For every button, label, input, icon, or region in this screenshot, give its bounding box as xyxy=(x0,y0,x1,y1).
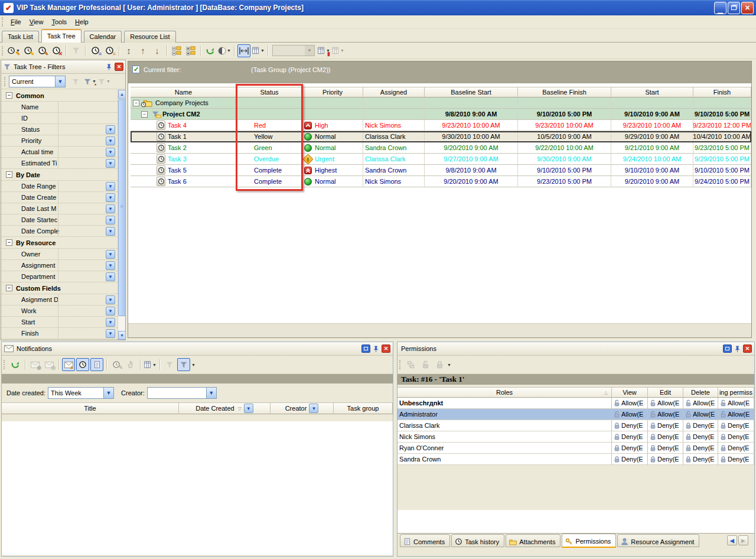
combo-arrow-icon[interactable]: ▼ xyxy=(55,76,65,87)
delete-task-button[interactable]: ✕ xyxy=(50,44,63,57)
column-header-creator[interactable]: Creator▼ xyxy=(271,402,334,414)
mark-unread-button[interactable]: ◎ xyxy=(43,358,56,371)
move-down-button[interactable]: ↓ xyxy=(151,44,164,57)
filter-item-assignment-d[interactable]: Asignment D▼ xyxy=(1,294,118,306)
filter-item-start[interactable]: Start▼ xyxy=(1,317,118,328)
modify-task-button[interactable]: ✎ xyxy=(35,44,48,57)
filter-section-by-resource[interactable]: −By Resource xyxy=(1,237,118,249)
filter-preset-combobox[interactable]: Current ▼ xyxy=(9,76,66,87)
filter-item-name[interactable]: Name xyxy=(1,102,118,113)
scroll-right-icon[interactable]: ▶ xyxy=(738,535,748,545)
tab-resource-list[interactable]: Resource List xyxy=(124,31,175,43)
column-header-edit[interactable]: Edit xyxy=(648,387,683,398)
filter-item-priority[interactable]: Priority▼ xyxy=(1,135,118,147)
lock-button[interactable] xyxy=(433,358,446,371)
pin-icon[interactable] xyxy=(372,344,380,353)
column-header-assigned[interactable]: Assigned xyxy=(363,87,425,98)
collapse-icon[interactable]: − xyxy=(6,285,12,291)
filter-item-date-range[interactable]: Date Range▼ xyxy=(1,181,118,192)
tab-task-tree[interactable]: Task Tree xyxy=(41,29,82,43)
close-panel-button[interactable]: ✕ xyxy=(115,63,123,71)
filter-item-status[interactable]: Status▼ xyxy=(1,124,118,135)
task-notes-button[interactable]: ≡ xyxy=(89,44,102,57)
task-row[interactable]: Task 5 Complete Highest Sandra Crown 9/8… xyxy=(131,165,751,176)
dropdown-icon[interactable]: ▼ xyxy=(106,204,115,213)
tab-resource-assignment[interactable]: Resource Assignment xyxy=(617,534,699,547)
column-header-baseline-start[interactable]: Baseline Start xyxy=(425,87,518,98)
filter-section-by-date[interactable]: −By Date xyxy=(1,169,118,181)
combo-arrow-icon[interactable]: ▼ xyxy=(206,388,216,398)
permission-row[interactable]: Ryan O'Conner Deny(E Deny(E Deny(E Deny(… xyxy=(397,443,754,454)
new-task-button[interactable]: ✎▼ xyxy=(7,44,20,57)
tab-permissions[interactable]: Permissions xyxy=(562,534,616,548)
filter-item-estimated-time[interactable]: Estimated Ti▼ xyxy=(1,158,118,169)
save-filter-button[interactable]: ▪▼ xyxy=(83,75,96,88)
show-task-button[interactable] xyxy=(76,358,89,371)
export-button[interactable]: ▼ xyxy=(331,44,344,57)
tab-task-list[interactable]: Task List xyxy=(2,31,39,43)
filter-checkbox[interactable]: ✓ xyxy=(132,66,140,73)
collapse-icon[interactable]: − xyxy=(6,171,12,178)
dropdown-icon[interactable]: ▼ xyxy=(106,125,115,134)
permission-row[interactable]: Sandra Crown Deny(E Deny(E Deny(E Deny(E xyxy=(397,454,754,465)
dropdown-icon[interactable]: ▼ xyxy=(106,159,115,168)
task-history-button[interactable]: ≡ xyxy=(103,44,116,57)
close-button[interactable]: ✕ xyxy=(741,2,754,14)
tab-attachments[interactable]: Attachments xyxy=(506,534,561,547)
refresh-button[interactable] xyxy=(9,358,22,371)
close-panel-button[interactable]: ✕ xyxy=(743,344,752,353)
expand-all-button[interactable] xyxy=(184,44,197,57)
dropdown-icon[interactable]: ▼ xyxy=(106,295,115,304)
column-header-date-created[interactable]: Date Created▽▼ xyxy=(179,402,271,414)
zoom-combobox[interactable]: ▼ xyxy=(272,45,315,56)
filter-button[interactable] xyxy=(69,44,82,57)
filter-item-date-created[interactable]: Date Create▼ xyxy=(1,192,118,203)
dropdown-icon[interactable]: ▼ xyxy=(106,272,115,281)
column-header-task-group[interactable]: Task group xyxy=(334,402,393,414)
collapse-all-button[interactable] xyxy=(170,44,183,57)
task-row-selected[interactable]: Task 1 Yellow Normal Clarissa Clark 9/30… xyxy=(131,131,751,142)
collapse-icon[interactable]: − xyxy=(141,111,148,118)
filter-item-date-started[interactable]: Date Startec▼ xyxy=(1,214,118,226)
print-button[interactable]: ▮▼ xyxy=(317,44,330,57)
tab-task-history[interactable]: Task history xyxy=(451,534,504,547)
menu-view[interactable]: View xyxy=(25,17,48,27)
menu-help[interactable]: Help xyxy=(71,17,93,27)
filter-item-finish[interactable]: Finish▼ xyxy=(1,328,118,339)
filter-item-department[interactable]: Department▼ xyxy=(1,271,118,282)
tab-comments[interactable]: Comments xyxy=(400,534,450,547)
refresh-button[interactable] xyxy=(204,44,217,57)
edit-task-button[interactable]: ✎ xyxy=(21,44,34,57)
dropdown-icon[interactable]: ▼ xyxy=(106,148,115,157)
collapse-icon[interactable]: − xyxy=(6,92,12,99)
column-header-name[interactable]: Name xyxy=(131,87,237,98)
scroll-up-icon[interactable]: ▲ xyxy=(118,90,126,99)
column-header-title[interactable]: Title xyxy=(2,402,179,414)
clear-filter-button[interactable] xyxy=(163,358,176,371)
collapse-icon[interactable]: − xyxy=(133,100,139,106)
column-header-delete[interactable]: Delete xyxy=(683,387,718,398)
restore-button[interactable] xyxy=(728,2,740,14)
move-updown-button[interactable]: ↕ xyxy=(122,44,135,57)
hand-button[interactable] xyxy=(124,358,137,371)
dropdown-icon[interactable]: ▼ xyxy=(106,261,115,270)
dropdown-icon[interactable]: ▼ xyxy=(106,227,115,236)
column-header-view[interactable]: View xyxy=(612,387,648,398)
column-header-priority[interactable]: Priority xyxy=(302,87,363,98)
filter-item-work[interactable]: Work▼ xyxy=(1,306,118,317)
dropdown-icon[interactable]: ▼ xyxy=(106,136,115,145)
dropdown-icon[interactable]: ▼ xyxy=(106,193,115,202)
show-details-button[interactable] xyxy=(90,358,103,371)
task-row[interactable]: Task 3 Overdue !Urgent Clarissa Clark 9/… xyxy=(131,154,751,165)
group-row-company-projects[interactable]: −Company Projects xyxy=(131,98,751,109)
copy-permissions-button[interactable] xyxy=(405,358,418,371)
creator-combobox[interactable]: ▼ xyxy=(147,387,217,399)
clear-filter-button[interactable]: ▼ xyxy=(97,75,110,88)
combo-arrow-icon[interactable]: ▼ xyxy=(103,388,113,398)
pin-icon[interactable] xyxy=(733,344,742,353)
minimize-button[interactable]: ▁ xyxy=(714,2,726,14)
fit-columns-button[interactable] xyxy=(237,44,250,57)
filter-item-assignment[interactable]: Assignment▼ xyxy=(1,260,118,271)
restore-panel-button[interactable] xyxy=(361,344,370,353)
column-header-editing-permissions[interactable]: ing permiss xyxy=(718,387,754,398)
